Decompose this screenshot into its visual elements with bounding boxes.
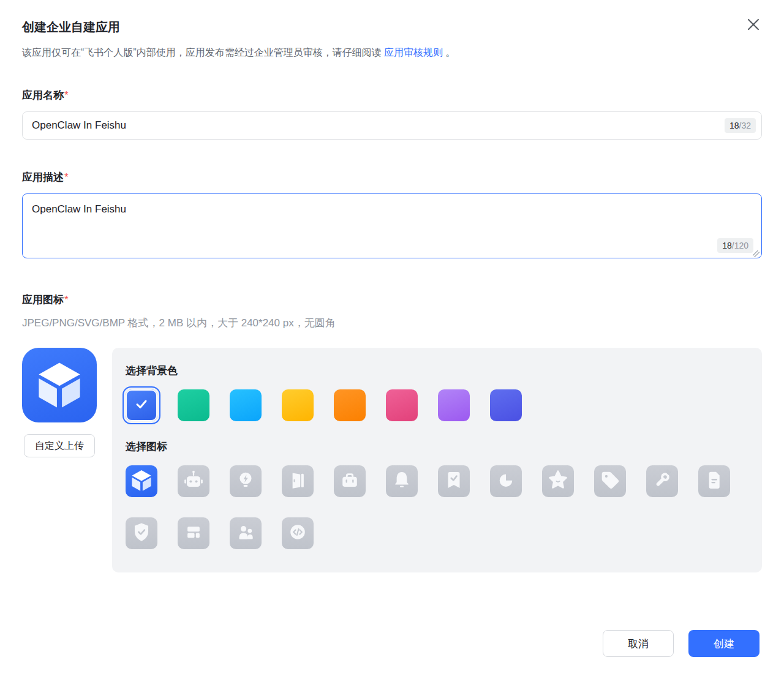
code-icon <box>286 520 309 546</box>
icon-tile-wrench[interactable] <box>646 465 678 497</box>
subtitle-suffix: 。 <box>443 47 455 58</box>
subtitle-text: 该应用仅可在“飞书个人版”内部使用，应用发布需经过企业管理员审核，请仔细阅读 <box>22 47 384 58</box>
bg-color-swatch-indigo[interactable] <box>490 389 522 421</box>
icon-tile-bookmark[interactable] <box>438 465 470 497</box>
wrench-icon <box>650 468 674 494</box>
icon-options-panel: 选择背景色 选择图标 <box>112 348 762 572</box>
create-button[interactable]: 创建 <box>688 630 760 657</box>
icon-tile-star[interactable] <box>542 465 574 497</box>
door-icon <box>286 468 309 494</box>
bulb-icon <box>234 468 257 494</box>
icon-tile-bulb[interactable] <box>230 465 262 497</box>
bg-color-swatch-green[interactable] <box>178 389 209 421</box>
icon-tile-shield[interactable] <box>126 517 157 549</box>
icon-tile-tag[interactable] <box>594 465 626 497</box>
cube-icon <box>34 359 85 411</box>
robot-icon <box>182 468 205 494</box>
create-app-dialog: 创建企业自建应用 该应用仅可在“飞书个人版”内部使用，应用发布需经过企业管理员审… <box>0 0 784 679</box>
tag-icon <box>598 468 622 494</box>
check-icon <box>134 396 149 415</box>
required-asterisk: * <box>64 171 69 183</box>
review-rules-link[interactable]: 应用审核规则 <box>384 47 443 58</box>
icon-tile-cube[interactable] <box>126 465 157 497</box>
shield-icon <box>130 520 153 546</box>
dialog-footer: 取消 创建 <box>603 630 760 657</box>
app-name-field: 18/32 <box>22 111 762 140</box>
icon-tile-bell[interactable] <box>386 465 418 497</box>
required-asterisk: * <box>64 294 69 306</box>
icon-format-hint: JPEG/PNG/SVG/BMP 格式，2 MB 以内，大于 240*240 p… <box>22 316 762 331</box>
app-icon-label: 应用图标* <box>22 293 762 307</box>
dialog-header: 创建企业自建应用 <box>22 18 762 36</box>
icon-tile-doc[interactable] <box>698 465 730 497</box>
bookmark-icon <box>442 468 466 494</box>
icon-section-title: 选择图标 <box>126 440 748 454</box>
app-icon-preview <box>22 348 97 422</box>
app-name-label: 应用名称* <box>22 88 762 103</box>
briefcase-icon <box>338 468 361 494</box>
icon-tile-layout[interactable] <box>178 517 209 549</box>
bg-color-swatch-blue[interactable] <box>126 389 157 421</box>
close-icon <box>746 17 761 34</box>
bell-icon <box>390 468 413 494</box>
bg-color-swatch-purple[interactable] <box>438 389 470 421</box>
cancel-button[interactable]: 取消 <box>603 630 674 657</box>
dialog-title: 创建企业自建应用 <box>22 18 120 36</box>
bg-color-swatch-orange[interactable] <box>334 389 366 421</box>
pie-icon <box>494 468 518 494</box>
custom-upload-button[interactable]: 自定义上传 <box>24 434 95 457</box>
bg-color-swatches <box>126 389 748 421</box>
app-desc-char-counter: 18/120 <box>717 238 753 253</box>
dialog-subtitle: 该应用仅可在“飞书个人版”内部使用，应用发布需经过企业管理员审核，请仔细阅读 应… <box>22 45 762 60</box>
icon-tiles <box>126 465 732 549</box>
bg-color-swatch-cyan[interactable] <box>230 389 262 421</box>
textarea-resize-handle[interactable] <box>753 250 760 257</box>
doc-icon <box>703 468 726 494</box>
users-icon <box>234 520 257 546</box>
app-name-input[interactable] <box>22 111 762 140</box>
cube-icon <box>130 468 153 494</box>
app-desc-textarea[interactable]: OpenClaw In Feishu <box>22 193 762 258</box>
app-desc-field: OpenClaw In Feishu 18/120 <box>22 193 762 261</box>
icon-tile-pie[interactable] <box>490 465 522 497</box>
icon-tile-door[interactable] <box>282 465 314 497</box>
star-icon <box>546 468 570 494</box>
bg-color-swatch-yellow[interactable] <box>282 389 314 421</box>
icon-tile-briefcase[interactable] <box>334 465 366 497</box>
icon-tile-robot[interactable] <box>178 465 209 497</box>
icon-tile-code[interactable] <box>282 517 314 549</box>
app-name-char-counter: 18/32 <box>725 118 756 133</box>
icon-tile-users[interactable] <box>230 517 262 549</box>
icon-preview-column: 自定义上传 <box>22 348 97 572</box>
layout-icon <box>182 520 205 546</box>
icon-editor: 自定义上传 选择背景色 选择图标 <box>22 348 762 572</box>
bg-color-swatch-pink[interactable] <box>386 389 418 421</box>
close-button[interactable] <box>745 17 762 34</box>
app-desc-label: 应用描述* <box>22 170 762 185</box>
bg-color-section-title: 选择背景色 <box>126 364 748 378</box>
required-asterisk: * <box>64 89 69 101</box>
